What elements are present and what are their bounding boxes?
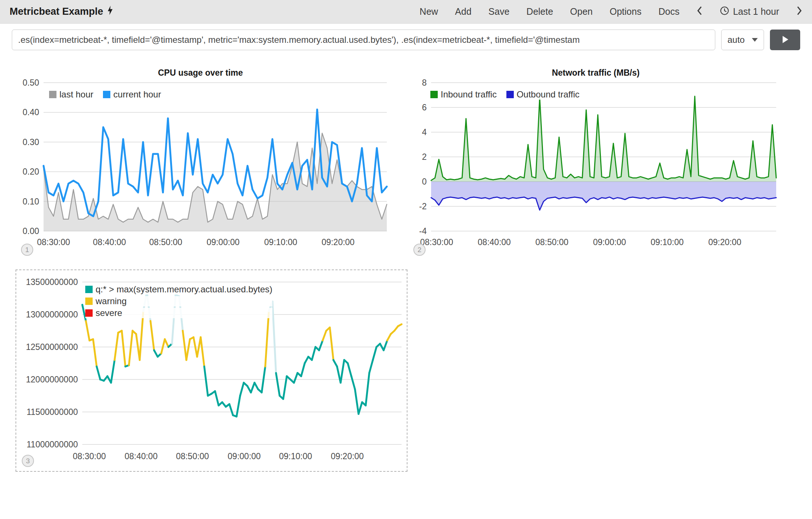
legend-item: warning <box>85 296 272 306</box>
svg-text:08:30:00: 08:30:00 <box>37 237 70 247</box>
svg-text:-4: -4 <box>419 226 427 236</box>
svg-text:6: 6 <box>422 103 427 112</box>
cpu-chart-title: CPU usage over time <box>10 66 390 79</box>
legend-item: Inbound traffic <box>430 89 497 100</box>
delete-button[interactable]: Delete <box>526 6 553 17</box>
legend-label: Inbound traffic <box>441 89 497 100</box>
inbound-swatch <box>430 91 438 98</box>
network-traffic-chart-panel: Network traffic (MB/s) 86420-2-408:30:00… <box>413 66 779 258</box>
timelion-expression-input[interactable] <box>12 30 715 50</box>
legend-label: q:* > max(system.memory.actual.used.byte… <box>96 284 272 295</box>
app-title-text: Metricbeat Example <box>10 6 103 17</box>
svg-text:09:00:00: 09:00:00 <box>593 237 626 247</box>
svg-text:8: 8 <box>422 79 427 87</box>
chart-number-badge: 3 <box>22 455 34 467</box>
interval-select[interactable]: auto <box>721 30 764 50</box>
legend-label: Outbound traffic <box>517 89 579 100</box>
memory-chart-legend: q:* > max(system.memory.actual.used.byte… <box>85 284 272 318</box>
interval-value: auto <box>727 35 745 45</box>
svg-text:13500000000: 13500000000 <box>26 277 78 287</box>
time-range-label: Last 1 hour <box>733 6 779 17</box>
network-chart-legend: Inbound traffic Outbound traffic <box>430 89 579 100</box>
svg-text:09:20:00: 09:20:00 <box>708 237 742 247</box>
chart-number-badge: 2 <box>413 244 426 256</box>
severe-swatch <box>85 309 93 317</box>
outbound-swatch <box>506 91 514 98</box>
svg-text:08:50:00: 08:50:00 <box>536 237 569 247</box>
svg-text:0.20: 0.20 <box>23 167 39 176</box>
docs-button[interactable]: Docs <box>658 6 679 17</box>
svg-text:0: 0 <box>422 177 427 186</box>
network-traffic-chart[interactable]: 86420-2-408:30:0008:40:0008:50:0009:00:0… <box>413 79 779 252</box>
svg-text:0.00: 0.00 <box>23 226 39 236</box>
clock-icon <box>720 6 729 18</box>
toolbar: Metricbeat Example New Add Save Delete O… <box>0 0 812 24</box>
svg-text:11500000000: 11500000000 <box>27 407 78 417</box>
add-button[interactable]: Add <box>455 6 471 17</box>
bolt-icon <box>107 5 113 18</box>
cpu-chart-legend: last hour current hour <box>49 89 161 100</box>
chevron-right-icon <box>796 6 802 18</box>
svg-text:08:30:00: 08:30:00 <box>73 451 106 461</box>
legend-item: severe <box>85 308 272 318</box>
svg-text:09:20:00: 09:20:00 <box>321 237 355 247</box>
query-row: auto <box>0 24 812 54</box>
svg-text:09:20:00: 09:20:00 <box>331 451 364 461</box>
legend-item: Outbound traffic <box>506 89 579 100</box>
open-button[interactable]: Open <box>570 6 593 17</box>
legend-item: last hour <box>49 89 93 100</box>
chart-number-badge: 1 <box>21 244 33 256</box>
memory-series-swatch <box>85 286 93 293</box>
svg-text:13000000000: 13000000000 <box>26 310 78 319</box>
svg-text:09:10:00: 09:10:00 <box>279 451 312 461</box>
time-forward-button[interactable] <box>796 6 802 18</box>
chevron-left-icon <box>696 6 703 18</box>
cpu-usage-chart[interactable]: 0.000.100.200.300.400.5008:30:0008:40:00… <box>10 79 390 252</box>
options-button[interactable]: Options <box>610 6 641 17</box>
save-button[interactable]: Save <box>488 6 509 17</box>
new-button[interactable]: New <box>420 6 438 17</box>
network-chart-title: Network traffic (MB/s) <box>413 66 779 79</box>
legend-item: current hour <box>103 89 161 100</box>
svg-text:08:30:00: 08:30:00 <box>420 237 453 247</box>
current-hour-swatch <box>103 91 110 98</box>
svg-text:08:50:00: 08:50:00 <box>176 451 209 461</box>
svg-text:09:10:00: 09:10:00 <box>264 237 297 247</box>
svg-text:0.50: 0.50 <box>23 79 39 87</box>
legend-label: current hour <box>113 89 161 100</box>
svg-text:08:40:00: 08:40:00 <box>124 451 158 461</box>
last-hour-swatch <box>49 91 56 98</box>
svg-text:2: 2 <box>422 152 427 162</box>
svg-text:08:50:00: 08:50:00 <box>149 237 182 247</box>
legend-label: warning <box>96 296 127 306</box>
play-icon <box>781 35 789 45</box>
cpu-usage-chart-panel: CPU usage over time 0.000.100.200.300.40… <box>10 66 390 258</box>
svg-text:0.30: 0.30 <box>23 137 39 147</box>
memory-usage-chart-panel: 1100000000011500000000120000000001250000… <box>16 269 407 472</box>
svg-text:0.10: 0.10 <box>23 197 39 206</box>
toolbar-nav: New Add Save Delete Open Options Docs La… <box>420 6 802 18</box>
svg-text:09:00:00: 09:00:00 <box>207 237 240 247</box>
svg-text:09:00:00: 09:00:00 <box>228 451 261 461</box>
svg-text:08:40:00: 08:40:00 <box>478 237 511 247</box>
caret-down-icon <box>752 38 758 42</box>
svg-text:11000000000: 11000000000 <box>27 440 78 449</box>
legend-label: severe <box>96 308 122 318</box>
legend-label: last hour <box>59 89 93 100</box>
warning-swatch <box>85 298 93 305</box>
svg-text:12000000000: 12000000000 <box>26 375 78 384</box>
svg-text:12500000000: 12500000000 <box>26 342 78 352</box>
legend-item: q:* > max(system.memory.actual.used.byte… <box>85 284 272 295</box>
time-range-picker[interactable]: Last 1 hour <box>720 6 779 18</box>
run-query-button[interactable] <box>770 30 800 50</box>
app-title: Metricbeat Example <box>10 5 113 18</box>
svg-text:4: 4 <box>422 127 427 137</box>
svg-text:0.40: 0.40 <box>23 107 39 117</box>
time-back-button[interactable] <box>696 6 703 18</box>
svg-text:-2: -2 <box>419 202 427 211</box>
svg-text:09:10:00: 09:10:00 <box>651 237 684 247</box>
svg-text:08:40:00: 08:40:00 <box>93 237 126 247</box>
